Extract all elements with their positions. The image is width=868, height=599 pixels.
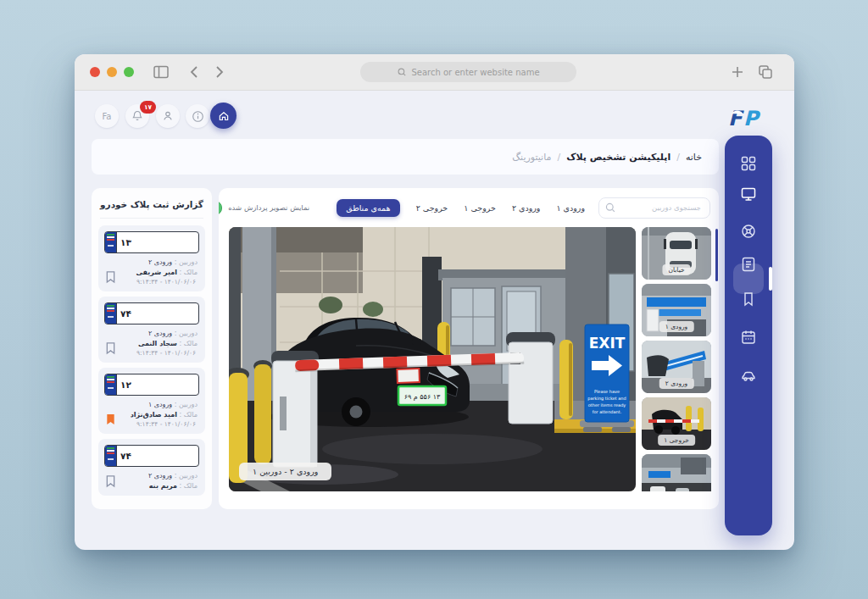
sidebar-item-bookmarks[interactable] bbox=[737, 287, 760, 311]
breadcrumb-app[interactable]: اپلیکیشن تشخیص پلاک bbox=[566, 152, 670, 163]
thumbnail-label: خروجی ۱ bbox=[658, 435, 695, 446]
monitoring-panel: ورودی ۱ ورودی ۲ خروجی ۱ خروجی ۲ همه‌ی من… bbox=[219, 188, 719, 509]
exit-sign-line: other items ready bbox=[588, 402, 626, 408]
vehicle-icon bbox=[740, 366, 757, 383]
new-tab-button[interactable] bbox=[729, 64, 746, 80]
breadcrumb-home[interactable]: خانه bbox=[686, 152, 702, 163]
owner-label: مالک : bbox=[179, 411, 198, 419]
info-button[interactable] bbox=[186, 104, 209, 128]
camera-thumbnails: خیابان ورودی ۱ bbox=[642, 227, 711, 491]
sidebar-item-records[interactable] bbox=[737, 252, 760, 276]
back-button[interactable] bbox=[186, 64, 203, 80]
license-plate: ۸۲ و ۵۲۳ ۷۴ bbox=[104, 302, 199, 324]
thumbnail-label: ورودی ۱ bbox=[659, 321, 694, 332]
record-datetime: ۹:۱۴:۳۴ - ۱۴۰۱/۰۶/۰۶ bbox=[104, 277, 198, 286]
bookmark-icon bbox=[740, 291, 757, 308]
language-button[interactable]: Fa bbox=[95, 104, 119, 128]
info-icon bbox=[191, 109, 205, 124]
breadcrumb: خانه / اپلیکیشن تشخیص پلاک / مانیتورینگ bbox=[92, 139, 719, 175]
plate-record-card[interactable]: ۶۹ م ۵۵۶ ۱۳ دوربین : ورودی ۲ مالک : امیر… bbox=[98, 225, 205, 291]
home-icon bbox=[217, 109, 231, 123]
camera-thumbnail-street[interactable]: خیابان bbox=[642, 227, 711, 280]
controls-row: ورودی ۱ ورودی ۲ خروجی ۱ خروجی ۲ همه‌ی من… bbox=[227, 196, 710, 219]
tab-exit-2[interactable]: خروجی ۲ bbox=[416, 203, 448, 213]
plate-record-card[interactable]: ۸۲ و ۵۲۳ ۷۴ دوربین : ورودی ۲ مالک : سجاد… bbox=[98, 297, 205, 363]
camera-value: ورودی ۲ bbox=[148, 258, 172, 266]
plate-flag-band bbox=[105, 446, 116, 466]
breadcrumb-current-page: مانیتورینگ bbox=[512, 152, 551, 163]
owner-value: امید صادق‌نژاد bbox=[131, 411, 177, 419]
minimize-window-button[interactable] bbox=[107, 67, 117, 77]
camera-thumbnail-entrance-1[interactable]: ورودی ۱ bbox=[642, 284, 711, 336]
exit-sign-line: for attendant. bbox=[593, 409, 622, 414]
camera-value: ورودی ۲ bbox=[148, 330, 172, 337]
desktop-background: Search or enter website name Fa ۱۷ F bbox=[0, 0, 868, 599]
tab-exit-1[interactable]: خروجی ۱ bbox=[464, 203, 496, 213]
sidebar-item-monitoring[interactable] bbox=[737, 182, 760, 206]
plate-report-panel: گزارش ثبت پلاک خودرو ۶۹ م ۵۵۶ ۱۳ دوربین … bbox=[92, 188, 212, 509]
camera-thumbnail-exit-1[interactable]: خروجی ۱ bbox=[642, 397, 711, 450]
license-plate: ۴۳ ط ۱۲۴ ۱۲ bbox=[104, 374, 199, 396]
app-logo[interactable]: F P bbox=[726, 105, 768, 130]
user-icon bbox=[161, 109, 175, 123]
zoom-window-button[interactable] bbox=[124, 67, 134, 77]
grid-dashboard-icon bbox=[740, 155, 757, 172]
camera-thumbnail-partial[interactable] bbox=[642, 454, 711, 491]
monitor-icon bbox=[740, 186, 757, 202]
profile-button[interactable] bbox=[156, 104, 180, 128]
form-list-icon bbox=[740, 256, 757, 273]
zone-tabs: ورودی ۱ ورودی ۲ خروجی ۱ خروجی ۲ همه‌ی من… bbox=[337, 199, 585, 217]
bookmark-icon-filled[interactable] bbox=[105, 413, 116, 426]
tab-all-zones[interactable]: همه‌ی مناطق bbox=[337, 199, 399, 217]
tab-entrance-1[interactable]: ورودی ۱ bbox=[556, 203, 585, 213]
thumbnail-label: ورودی ۲ bbox=[659, 378, 694, 389]
plate-region-code: ۱۲ bbox=[116, 374, 135, 395]
forward-button[interactable] bbox=[210, 64, 227, 80]
camera-label: دوربین : bbox=[175, 472, 198, 480]
sidebar-item-settings[interactable] bbox=[737, 219, 760, 243]
bookmark-icon[interactable] bbox=[105, 341, 116, 355]
report-panel-title: گزارش ثبت پلاک خودرو bbox=[92, 188, 212, 218]
plate-region-code: ۷۴ bbox=[116, 303, 135, 324]
address-bar-placeholder: Search or enter website name bbox=[411, 68, 539, 77]
language-label: Fa bbox=[103, 112, 112, 121]
breadcrumb-separator: / bbox=[676, 152, 680, 163]
thumbnail-scrollbar[interactable] bbox=[715, 229, 718, 281]
home-button[interactable] bbox=[210, 103, 236, 129]
exit-sign-line: Please have bbox=[594, 389, 620, 394]
camera-feed-image: ۶۹ م ۵۵۶ ۱۳ bbox=[229, 227, 636, 491]
sidebar-item-dashboard[interactable] bbox=[737, 152, 760, 175]
plate-record-card[interactable]: ۴۳ ط ۱۲۴ ۱۲ دوربین : ورودی ۱ مالک : امید… bbox=[98, 368, 205, 434]
exit-sign-title: EXIT bbox=[589, 335, 626, 352]
processed-image-toggle-group: نمایش تصویر پردازش شده bbox=[219, 201, 309, 215]
search-icon bbox=[604, 202, 616, 214]
camera-value: ورودی ۱ bbox=[148, 401, 172, 408]
plate-record-card[interactable]: ۵۶ م ۴۴۴ ۷۴ دوربین : ورودی ۲ مالک : مریم… bbox=[98, 439, 205, 496]
owner-label: مالک : bbox=[179, 269, 198, 276]
record-datetime: ۹:۱۴:۳۴ - ۱۴۰۱/۰۶/۰۶ bbox=[104, 419, 198, 429]
bookmark-icon[interactable] bbox=[105, 474, 116, 488]
address-bar[interactable]: Search or enter website name bbox=[360, 62, 576, 82]
browser-chrome: Search or enter website name bbox=[75, 54, 794, 91]
nav-sidebar bbox=[725, 136, 772, 535]
bookmark-icon[interactable] bbox=[105, 270, 116, 284]
tab-overview-icon[interactable] bbox=[757, 64, 774, 80]
plate-flag-band bbox=[105, 232, 116, 252]
logo-letter-f: F bbox=[728, 107, 744, 130]
camera-label: دوربین : bbox=[175, 330, 198, 337]
sidebar-item-vehicles[interactable] bbox=[737, 363, 760, 386]
tab-entrance-2[interactable]: ورودی ۲ bbox=[512, 203, 541, 213]
breadcrumb-separator: / bbox=[557, 152, 560, 163]
license-plate: ۶۹ م ۵۵۶ ۱۳ bbox=[104, 231, 199, 253]
camera-thumbnail-entrance-2[interactable]: ورودی ۲ bbox=[642, 341, 711, 393]
camera-label: دوربین : bbox=[175, 401, 198, 408]
divider bbox=[100, 218, 203, 219]
logo-letter-p: P bbox=[743, 107, 761, 130]
sidebar-item-calendar[interactable] bbox=[737, 325, 760, 349]
plate-detection-box: ۶۹ م ۵۵۶ ۱۳ bbox=[398, 386, 446, 405]
browser-sidebar-toggle-icon[interactable] bbox=[153, 64, 170, 80]
close-window-button[interactable] bbox=[90, 67, 100, 77]
processed-image-toggle[interactable] bbox=[219, 201, 222, 215]
owner-label: مالک : bbox=[179, 340, 198, 347]
calendar-icon bbox=[740, 329, 757, 346]
